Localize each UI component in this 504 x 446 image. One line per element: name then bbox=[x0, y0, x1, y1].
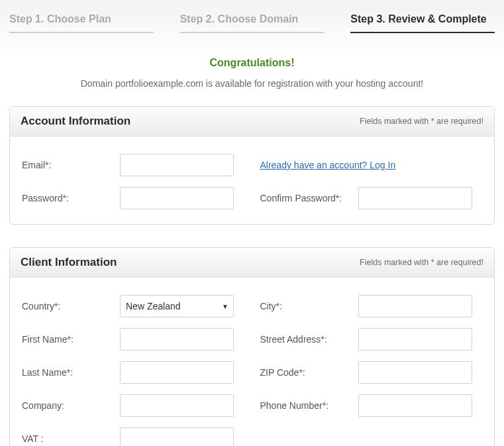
client-info-card: Client Information Fields marked with * … bbox=[9, 247, 495, 446]
password-input[interactable] bbox=[120, 187, 234, 209]
vat-label: VAT : bbox=[22, 433, 120, 444]
company-label: Company: bbox=[22, 400, 120, 411]
country-label: Country*: bbox=[22, 301, 120, 311]
congrats-heading: Congratulations! bbox=[9, 57, 495, 69]
lastname-label: Last Name*: bbox=[22, 367, 120, 378]
account-card-body: Email*: Already have an account? Log In … bbox=[10, 137, 494, 224]
account-info-card: Account Information Fields marked with *… bbox=[9, 106, 495, 225]
vat-input[interactable] bbox=[120, 427, 234, 446]
client-card-header: Client Information Fields marked with * … bbox=[10, 248, 494, 278]
required-note: Fields marked with * are required! bbox=[360, 258, 483, 267]
page-wrap: Step 1. Choose Plan Step 2. Choose Domai… bbox=[0, 0, 504, 446]
client-card-title: Client Information bbox=[21, 256, 117, 269]
country-select[interactable]: New Zealand bbox=[120, 295, 234, 317]
step-choose-plan[interactable]: Step 1. Choose Plan bbox=[9, 8, 154, 33]
phone-label: Phone Number*: bbox=[260, 400, 358, 411]
domain-availability-msg: Domain portfolioexample.com is available… bbox=[9, 78, 495, 89]
step-choose-domain[interactable]: Step 2. Choose Domain bbox=[180, 8, 325, 33]
email-label: Email*: bbox=[22, 160, 120, 170]
required-note: Fields marked with * are required! bbox=[360, 117, 483, 126]
confirm-password-label: Confirm Password*: bbox=[260, 193, 358, 203]
street-label: Street Address*: bbox=[260, 334, 358, 345]
confirm-password-input[interactable] bbox=[358, 187, 472, 209]
client-card-body: Country*: New Zealand ▼ City*: First Nam… bbox=[10, 278, 494, 446]
password-label: Password*: bbox=[22, 193, 120, 203]
step-nav: Step 1. Choose Plan Step 2. Choose Domai… bbox=[9, 0, 495, 33]
zip-label: ZIP Code*: bbox=[260, 367, 358, 378]
login-link[interactable]: Already have an account? Log In bbox=[260, 160, 396, 170]
firstname-input[interactable] bbox=[120, 328, 234, 351]
lastname-input[interactable] bbox=[120, 361, 234, 384]
account-card-header: Account Information Fields marked with *… bbox=[10, 107, 494, 137]
street-input[interactable] bbox=[358, 328, 472, 351]
zip-input[interactable] bbox=[358, 361, 472, 384]
city-input[interactable] bbox=[358, 295, 472, 317]
city-label: City*: bbox=[260, 301, 358, 311]
account-card-title: Account Information bbox=[21, 115, 130, 128]
firstname-label: First Name*: bbox=[22, 334, 120, 345]
step-review-complete[interactable]: Step 3. Review & Complete bbox=[350, 8, 495, 33]
company-input[interactable] bbox=[120, 394, 234, 417]
email-input[interactable] bbox=[120, 154, 234, 176]
phone-input[interactable] bbox=[358, 394, 472, 417]
